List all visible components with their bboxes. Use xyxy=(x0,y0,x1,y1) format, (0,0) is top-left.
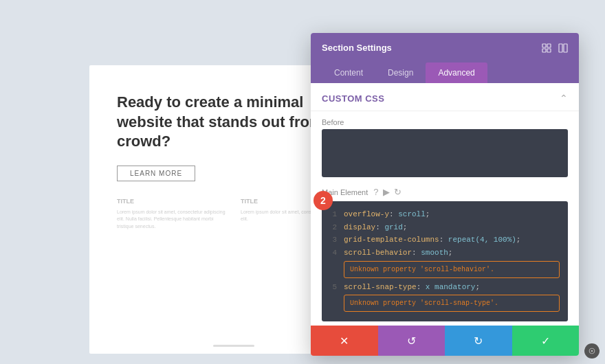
custom-css-section: Custom CSS ⌃ Before Main Element ? ▶ ↻ 1 xyxy=(311,83,579,326)
undo-button[interactable]: ↺ xyxy=(378,326,446,356)
modal-header-icons xyxy=(542,43,568,53)
modal-title: Section Settings xyxy=(322,43,392,53)
split-icon[interactable] xyxy=(558,43,568,53)
svg-rect-5 xyxy=(564,44,567,52)
svg-rect-2 xyxy=(542,49,546,52)
css-section-title: Custom CSS xyxy=(322,93,384,104)
preview-learn-more-button[interactable]: LEARN MORE xyxy=(117,166,195,181)
error-scroll-behavior: Unknown property 'scroll-behavior'. xyxy=(344,261,560,278)
svg-rect-0 xyxy=(542,44,546,47)
code-editor[interactable]: 1 overflow-y: scroll; 2 display: grid; 3… xyxy=(322,201,568,321)
modal-tabs: Content Design Advanced xyxy=(311,62,579,83)
main-element-row: Main Element ? ▶ ↻ xyxy=(311,184,579,201)
corner-settings-icon[interactable] xyxy=(584,343,600,359)
before-editor[interactable] xyxy=(322,129,568,177)
preview-col-1: Title Lorem ipsum dolor sit amet, consec… xyxy=(117,198,227,231)
code-line-2: 2 display: grid; xyxy=(330,221,560,234)
code-line-3: 3 grid-template-columns: repeat(4, 100%)… xyxy=(330,234,560,247)
svg-point-6 xyxy=(591,350,593,352)
cancel-button[interactable]: ✕ xyxy=(311,326,378,356)
save-icon: ✓ xyxy=(541,334,550,348)
before-label: Before xyxy=(311,111,579,129)
tab-content[interactable]: Content xyxy=(322,62,375,83)
modal-footer: ✕ ↺ ↻ ✓ xyxy=(311,326,579,356)
fullscreen-icon[interactable] xyxy=(542,43,551,53)
modal-body[interactable]: Custom CSS ⌃ Before Main Element ? ▶ ↻ 1 xyxy=(311,83,579,326)
svg-rect-4 xyxy=(559,44,562,52)
tab-advanced[interactable]: Advanced xyxy=(426,62,487,83)
svg-rect-3 xyxy=(547,49,551,52)
help-icon[interactable]: ? xyxy=(373,187,378,197)
code-line-4: 4 scroll-behavior: smooth; xyxy=(330,247,560,260)
redo-button[interactable]: ↻ xyxy=(445,326,512,356)
error-badge: 2 xyxy=(314,191,333,210)
tab-design[interactable]: Design xyxy=(375,62,426,83)
code-line-5: 5 scroll-snap-type: x mandatory; xyxy=(330,281,560,294)
chevron-up-icon[interactable]: ⌃ xyxy=(560,93,568,104)
cancel-icon: ✕ xyxy=(340,334,349,348)
modal-header: Section Settings xyxy=(311,33,579,62)
cursor-icon[interactable]: ▶ xyxy=(383,187,390,197)
section-settings-modal: Section Settings Content Design Advanc xyxy=(311,33,579,356)
refresh-icon[interactable]: ↻ xyxy=(394,187,402,197)
redo-icon: ↻ xyxy=(474,334,483,348)
error-scroll-snap-type: Unknown property 'scroll-snap-type'. xyxy=(344,295,560,312)
undo-icon: ↺ xyxy=(407,334,416,348)
css-section-header: Custom CSS ⌃ xyxy=(311,83,579,111)
main-element-icons: ? ▶ ↻ xyxy=(373,187,401,197)
code-line-1: 1 overflow-y: scroll; xyxy=(330,208,560,221)
svg-rect-1 xyxy=(547,44,551,47)
save-button[interactable]: ✓ xyxy=(512,326,580,356)
preview-col1-title: Title xyxy=(117,198,227,205)
preview-scrollbar xyxy=(213,345,254,347)
preview-col1-text: Lorem ipsum dolor sit amet, consectetur … xyxy=(117,209,227,231)
